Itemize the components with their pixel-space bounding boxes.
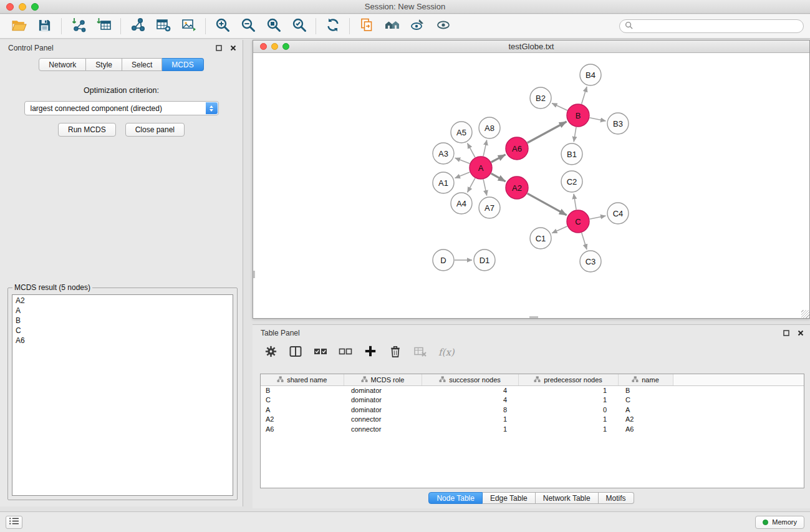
network-edge-C-C1[interactable] [552,226,567,233]
table-row-b[interactable]: Bdominator41B [261,385,804,395]
column-header-shared-name[interactable]: shared name [261,374,344,385]
table-cell[interactable]: connector [344,424,422,434]
table-cell[interactable]: A6 [261,424,344,434]
refresh-styles-button[interactable] [320,16,345,37]
table-row-a2[interactable]: A2connector11A2 [261,415,804,425]
table-cell[interactable]: C [618,395,673,405]
mcds-result-item-a[interactable]: A [16,306,229,316]
zoom-network-window-button[interactable] [282,43,289,50]
close-window-button[interactable] [6,3,14,11]
network-edge-A-A8[interactable] [483,140,487,157]
tab-network[interactable]: Network [39,58,86,71]
mcds-result-item-a6[interactable]: A6 [16,336,229,346]
zoom-fit-button[interactable] [261,16,286,37]
network-node-B1[interactable] [561,143,582,165]
delete-table-button[interactable] [412,344,428,360]
network-edge-B-B1[interactable] [574,127,576,142]
network-edge-B-B4[interactable] [582,87,587,104]
column-visibility-button[interactable] [287,344,304,360]
table-cell[interactable]: 1 [422,424,518,434]
table-cell[interactable]: 1 [518,424,618,434]
table-cell[interactable]: A [261,405,344,415]
network-node-B4[interactable] [580,64,601,85]
column-header-predecessor-nodes[interactable]: predecessor nodes [518,374,618,385]
network-node-A6[interactable] [506,137,528,160]
import-network-button[interactable] [65,16,91,37]
column-header-mcds-role[interactable]: MCDS role [344,374,422,385]
table-cell[interactable]: 1 [518,415,618,425]
table-tab-network-table[interactable]: Network Table [536,492,599,504]
network-edge-C-C3[interactable] [582,233,587,249]
task-history-button[interactable] [6,516,22,529]
network-node-D[interactable] [433,249,454,271]
vertical-scroll-hint[interactable] [253,271,255,278]
table-cell[interactable]: 1 [422,415,518,425]
export-image-button[interactable] [176,16,201,37]
network-edge-B-B3[interactable] [590,118,606,121]
table-cell[interactable]: A2 [618,415,673,425]
table-row-c[interactable]: Cdominator41C [261,395,804,405]
network-node-A3[interactable] [433,143,454,164]
new-network-button[interactable] [125,16,150,37]
table-cell[interactable]: 1 [518,395,618,405]
network-edge-B-B2[interactable] [552,104,567,111]
search-field[interactable] [619,19,804,33]
table-cell[interactable]: dominator [344,405,422,415]
mcds-result-list[interactable]: A2ABCA6 [12,294,233,496]
select-all-rows-button[interactable] [312,344,329,360]
network-node-B[interactable] [567,104,589,127]
minimize-network-window-button[interactable] [271,43,278,50]
float-panel-button[interactable] [216,45,222,51]
table-tab-motifs[interactable]: Motifs [599,492,634,504]
minimize-window-button[interactable] [19,3,26,11]
network-edge-A-A3[interactable] [455,158,470,163]
network-node-C[interactable] [567,210,589,233]
horizontal-scroll-hint[interactable] [529,316,538,318]
network-edge-C-C2[interactable] [574,194,576,210]
column-header-name[interactable]: name [618,374,673,385]
table-cell[interactable]: B [618,385,673,395]
network-node-A7[interactable] [479,197,500,218]
network-node-A[interactable] [470,157,492,179]
mcds-result-item-c[interactable]: C [16,326,229,336]
tab-mcds[interactable]: MCDS [162,58,203,71]
criterion-dropdown[interactable]: largest connected component (directed) [24,101,219,115]
tab-select[interactable]: Select [122,58,162,71]
table-cell[interactable]: 4 [422,395,518,405]
table-cell[interactable]: 0 [518,405,618,415]
network-edge-A-A5[interactable] [468,143,475,158]
home-networks-button[interactable] [379,16,405,37]
network-edge-C-C4[interactable] [590,216,606,219]
float-table-panel-button[interactable] [783,330,789,336]
delete-columns-button[interactable] [387,344,403,360]
network-node-A5[interactable] [451,122,472,143]
show-graphics-button[interactable] [430,16,456,37]
tab-style[interactable]: Style [86,58,122,71]
resize-grip[interactable] [801,310,809,318]
table-row-a6[interactable]: A6connector11A6 [261,424,804,434]
table-cell[interactable]: dominator [344,385,422,395]
network-from-table-button[interactable] [150,16,176,37]
table-cell[interactable]: 1 [518,385,618,395]
network-node-B3[interactable] [607,113,629,134]
import-table-button[interactable] [91,16,117,37]
network-edge-A-A7[interactable] [483,180,487,196]
open-ndex-button[interactable] [354,16,379,37]
zoom-out-button[interactable] [235,16,261,37]
table-cell[interactable]: 4 [422,385,518,395]
network-canvas[interactable]: B4B2BB3A5A8A6A3B1AA1C2A2A4A7C4CC1C3DD1 [253,54,809,318]
network-node-B2[interactable] [530,87,551,109]
table-cell[interactable]: C [261,395,344,405]
network-node-A8[interactable] [479,117,500,138]
hide-graphics-button[interactable] [405,16,430,37]
search-input[interactable] [636,22,798,31]
deselect-all-rows-button[interactable] [337,344,354,360]
save-session-button[interactable] [32,16,57,37]
network-edge-A2-C[interactable] [528,193,567,215]
network-node-A1[interactable] [433,172,454,193]
table-row-a[interactable]: Adominator80A [261,405,804,415]
table-cell[interactable]: 8 [422,405,518,415]
zoom-selected-button[interactable] [286,16,312,37]
network-node-C3[interactable] [580,251,601,272]
column-header-successor-nodes[interactable]: successor nodes [422,374,518,385]
